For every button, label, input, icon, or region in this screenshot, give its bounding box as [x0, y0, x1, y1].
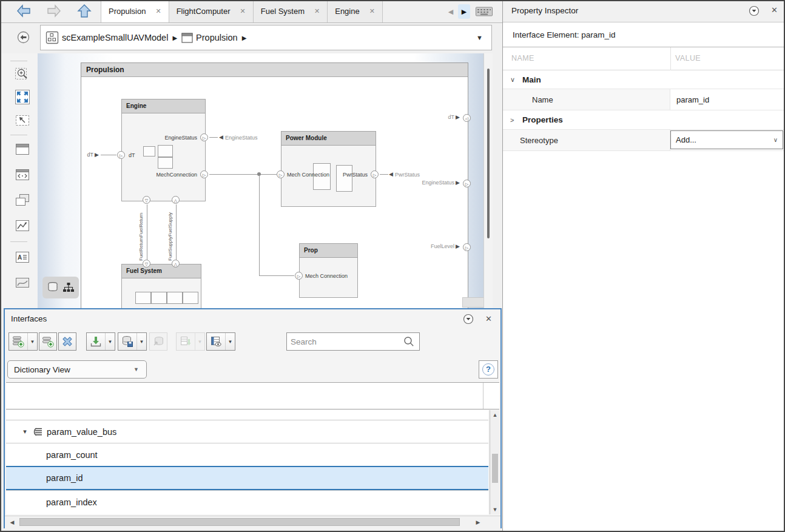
dictionary-icon[interactable] [47, 281, 59, 294]
tab-propulsion[interactable]: Propulsion ✕ [101, 0, 169, 22]
frame-tool-icon[interactable] [14, 141, 31, 158]
power-port-mech[interactable]: ▷ [277, 170, 285, 178]
prop-block[interactable]: Prop [299, 243, 358, 298]
tree-row-param-index[interactable]: param_index [6, 490, 488, 513]
help-button[interactable]: ? [479, 360, 498, 379]
section-expanded-icon[interactable]: ∨ [503, 76, 522, 84]
tree-vertical-scrollbar[interactable]: ▲ ▼ [490, 410, 500, 514]
edge-port-fuellevel[interactable]: ▷ [463, 243, 471, 251]
engine-port-mech[interactable]: ▷ [200, 170, 208, 178]
connector-mech-prop[interactable] [260, 275, 294, 276]
back-icon[interactable] [16, 4, 32, 18]
power-module-block[interactable]: Power Module [281, 131, 376, 207]
add-interface-dropdown-icon[interactable]: ▼ [27, 333, 37, 350]
search-input[interactable] [287, 337, 403, 346]
section-main[interactable]: ∨ Main [503, 70, 785, 89]
connector-mech-v[interactable] [259, 176, 260, 276]
panel-menu-icon[interactable] [749, 5, 760, 16]
fuel-port-supply[interactable]: △ [172, 260, 180, 268]
tree-vscroll-thumb[interactable] [492, 454, 498, 483]
panel-close-icon[interactable]: ✕ [771, 5, 778, 15]
breadcrumb-dropdown-icon[interactable]: ▼ [476, 34, 483, 41]
tab-close-icon[interactable]: ✕ [314, 7, 320, 15]
breadcrumb-arrow-icon[interactable]: ▶ [242, 35, 247, 41]
scroll-left-icon[interactable]: ◀ [7, 517, 17, 527]
forward-icon[interactable] [46, 4, 62, 18]
navigate-up-icon[interactable] [17, 31, 30, 44]
tab-fuel-system[interactable]: Fuel System ✕ [254, 0, 328, 22]
hierarchy-icon[interactable] [62, 282, 75, 293]
canvas-scrollbar-thumb[interactable] [487, 69, 490, 238]
tree-horizontal-scrollbar[interactable]: ◀ ▶ [5, 516, 500, 529]
keyboard-icon[interactable] [476, 7, 493, 16]
tab-engine[interactable]: Engine ✕ [328, 0, 383, 22]
scroll-down-icon[interactable]: ▼ [490, 505, 500, 514]
connector-pwrstatus[interactable] [380, 174, 388, 175]
tab-scroll-right-icon[interactable]: ▶ [458, 4, 470, 19]
stereotype-combobox[interactable]: Add... ∨ [670, 130, 783, 149]
tab-flightcomputer[interactable]: FlightComputer ✕ [169, 0, 254, 22]
power-port-pwr[interactable]: ▷ [371, 170, 379, 178]
tab-close-icon[interactable]: ✕ [155, 7, 161, 15]
view-selector[interactable]: Dictionary View ▼ [7, 360, 147, 379]
export-table-dropdown-icon[interactable]: ▼ [195, 333, 204, 350]
fuel-system-block[interactable]: Fuel System [121, 264, 201, 308]
annotation-tool-icon[interactable]: A [14, 249, 31, 266]
breadcrumb-arrow-icon[interactable]: ▶ [172, 35, 177, 41]
image-tool-icon[interactable] [14, 274, 31, 291]
breadcrumb-model[interactable]: scExampleSmallUAVModel [62, 33, 168, 42]
tree-row-param-count[interactable]: param_count [6, 443, 488, 466]
tree-row-param-value-bus[interactable]: ▾ param_value_bus [6, 420, 488, 443]
tab-label: Engine [335, 7, 359, 16]
search-icon[interactable] [403, 336, 419, 347]
connector-fuel-supply[interactable] [176, 204, 177, 260]
panel-menu-icon[interactable] [463, 314, 474, 325]
edge-port-enginestatus[interactable]: ▷ [463, 180, 471, 187]
link-dictionary-button[interactable] [149, 332, 167, 351]
delete-button[interactable] [58, 332, 76, 351]
export-table-button[interactable]: ▼ [176, 332, 205, 351]
code-frame-tool-icon[interactable] [14, 166, 31, 183]
add-interface-button[interactable]: ▼ [8, 332, 38, 351]
panel-close-icon[interactable]: ✕ [485, 314, 492, 323]
connector-mech-h[interactable] [209, 174, 277, 175]
fuel-port-return[interactable]: ▽ [143, 260, 150, 268]
breadcrumb-component[interactable]: Propulsion [196, 33, 238, 42]
connector-dt[interactable] [101, 155, 116, 155]
tree-row-param-id-selected[interactable]: param_id [6, 466, 488, 490]
add-element-button[interactable] [39, 332, 57, 351]
connector-enginestatus[interactable] [209, 137, 218, 138]
zoom-to-selection-icon[interactable] [14, 112, 31, 129]
name-value[interactable]: param_id [670, 89, 709, 110]
prop-port-mech[interactable]: ▷ [295, 272, 303, 280]
engine-port-dt[interactable]: ▷ [117, 151, 125, 159]
zoom-region-icon[interactable] [14, 66, 31, 82]
duplicate-frame-tool-icon[interactable] [14, 192, 31, 209]
engine-port-fuel-return[interactable]: ▽ [143, 196, 150, 204]
section-properties[interactable]: > Properties [503, 110, 785, 130]
tab-close-icon[interactable]: ✕ [240, 7, 246, 15]
scroll-up-icon[interactable]: ▲ [490, 410, 500, 420]
edge-port-dt[interactable]: ◁ [463, 114, 471, 122]
tab-scroll-left-icon[interactable]: ◀ [445, 4, 457, 19]
column-visibility-dropdown-icon[interactable]: ▼ [225, 333, 235, 350]
signal-frame-tool-icon[interactable] [14, 217, 31, 234]
save-dictionary-dropdown-icon[interactable]: ▼ [136, 333, 146, 350]
tree-hscroll-thumb[interactable] [19, 518, 460, 526]
scroll-right-icon[interactable]: ▶ [473, 517, 483, 527]
diagram-canvas[interactable]: Propulsion Engine dT EngineStatus MechCo… [38, 53, 493, 308]
expand-icon[interactable]: ▾ [21, 428, 29, 436]
import-button[interactable]: ▼ [86, 332, 115, 351]
engine-block[interactable]: Engine [121, 99, 206, 201]
fit-to-view-icon[interactable] [14, 89, 31, 106]
column-visibility-button[interactable]: ▼ [206, 332, 235, 351]
up-icon[interactable] [76, 4, 92, 18]
section-collapsed-icon[interactable]: > [503, 116, 522, 124]
connector-fuel-return[interactable] [147, 204, 147, 260]
engine-port-status[interactable]: ▷ [200, 133, 208, 141]
import-dropdown-icon[interactable]: ▼ [105, 333, 115, 350]
canvas-vertical-scrollbar[interactable] [483, 53, 493, 308]
tab-close-icon[interactable]: ✕ [369, 7, 375, 15]
save-dictionary-button[interactable]: ▼ [118, 332, 147, 351]
engine-port-fuel-supply[interactable]: △ [172, 196, 180, 204]
